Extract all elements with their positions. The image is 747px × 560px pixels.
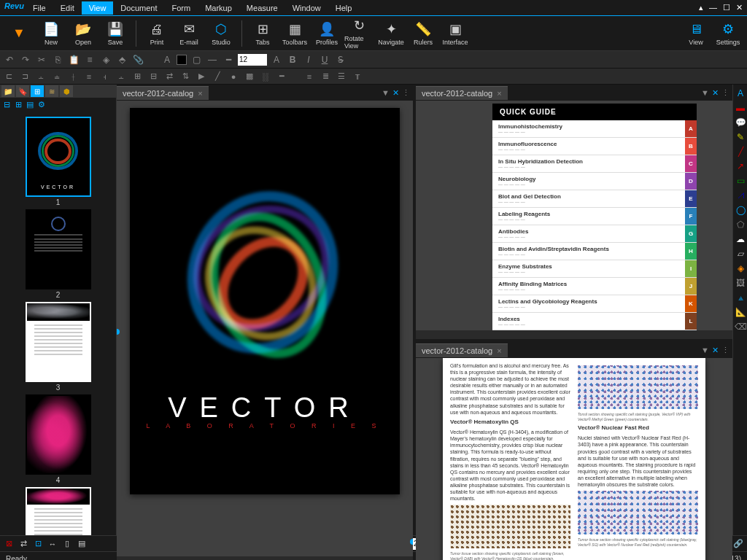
arrow-tool-icon[interactable]: ↗ <box>735 160 746 172</box>
polyline-tool-icon[interactable]: ⩘ <box>735 190 746 201</box>
align-icon[interactable]: ⫠ <box>35 71 47 82</box>
pattern-icon[interactable]: ▩ <box>244 71 255 82</box>
flip-icon[interactable]: ⇅ <box>179 71 191 82</box>
align-icon[interactable]: ⟊ <box>67 71 79 82</box>
quickguide-row[interactable]: Blot and Gel Detection— — — — —E <box>492 190 697 208</box>
quickguide-row[interactable]: Neurobiology— — — — —D <box>492 173 697 190</box>
split-icon[interactable]: ▼ <box>382 88 390 98</box>
align-top-icon[interactable]: ⫪ <box>352 71 363 82</box>
new-button[interactable]: 📄New <box>36 18 66 50</box>
line-tool-icon[interactable]: ╱ <box>735 146 746 158</box>
menu-icon[interactable]: ⋮ <box>721 346 729 355</box>
flip-icon[interactable]: ⇄ <box>163 71 175 82</box>
profiles-button[interactable]: 👤Profiles <box>312 18 341 50</box>
thick-icon[interactable]: ━ <box>222 53 235 66</box>
menu-document[interactable]: Document <box>113 1 164 15</box>
ribbon-dropdown[interactable]: ▼ <box>4 18 34 50</box>
menu-markup[interactable]: Markup <box>198 1 239 15</box>
stamp-icon[interactable]: ◈ <box>99 53 112 66</box>
email-button[interactable]: ✉E-mail <box>174 18 204 50</box>
doc-tab[interactable]: vector-2012-catalog× <box>416 86 508 100</box>
grid-icon[interactable]: ⊟ <box>147 71 159 82</box>
panel-tab-layers[interactable]: ≋ <box>45 85 58 97</box>
close-view-icon[interactable]: ✕ <box>712 346 719 355</box>
menu-file[interactable]: File <box>26 1 53 15</box>
menu-icon[interactable]: ⋮ <box>721 88 729 98</box>
align-center-icon[interactable]: ≣ <box>320 71 331 82</box>
panel-tab-thumbs[interactable]: ⊞ <box>31 85 44 97</box>
doc-tab[interactable]: vector-2012-catalog× <box>416 343 508 357</box>
underline-icon[interactable]: U <box>318 53 331 66</box>
doc-canvas-quickguide[interactable]: QUICK GUIDE Immunohistochemistry— — — — … <box>416 101 732 330</box>
strike-icon[interactable]: S̶ <box>334 53 347 66</box>
line-icon[interactable]: ― <box>206 53 219 66</box>
quickguide-row[interactable]: Biotin and Avidin/Streptavidin Reagents—… <box>492 243 697 260</box>
navigate-button[interactable]: ✦Navigate <box>376 18 406 50</box>
stamp-tool-icon[interactable]: ◈ <box>735 262 746 274</box>
quickguide-row[interactable]: Immunohistochemistry— — — — —A <box>492 120 697 138</box>
pen-tool-icon[interactable]: ✎ <box>735 131 746 143</box>
align-icon[interactable]: ⊏ <box>3 71 15 82</box>
font-icon[interactable]: A <box>160 53 174 66</box>
thumb-list[interactable]: VECTOR 1 2 3 4 A:1 <box>0 111 116 535</box>
quickguide-row[interactable]: Indexes— — — — —L <box>492 313 697 330</box>
fill-icon[interactable]: ▢ <box>190 53 203 66</box>
menu-form[interactable]: Form <box>165 1 198 15</box>
italic-icon[interactable]: I <box>302 53 315 66</box>
fit-page-icon[interactable]: ⊡ <box>32 538 44 550</box>
split-icon[interactable]: ▼ <box>701 346 709 355</box>
thumb-a1[interactable]: A:1 <box>3 487 113 535</box>
tab-close-icon[interactable]: × <box>497 89 501 98</box>
align-icon[interactable]: ⫨ <box>51 71 63 82</box>
quickguide-row[interactable]: Affinity Binding Matrices— — — — —J <box>492 278 697 295</box>
rotate-button[interactable]: ↻Rotate View <box>344 18 374 50</box>
close-icon[interactable]: ✕ <box>736 3 743 12</box>
cloud-tool-icon[interactable]: ☁ <box>735 233 746 245</box>
eraser-tool-icon[interactable]: ⌫ <box>735 321 746 332</box>
quickguide-row[interactable]: Enzyme Substrates— — — — —I <box>492 260 697 278</box>
interface-button[interactable]: ▣Interface <box>441 18 470 50</box>
rulers-button[interactable]: 📏Rulers <box>409 18 438 50</box>
single-icon[interactable]: ▯ <box>61 538 73 550</box>
hatch-icon[interactable]: ░ <box>260 71 271 82</box>
h-scrollbar[interactable] <box>117 556 413 560</box>
split-h-icon[interactable]: ⇄ <box>18 538 29 550</box>
dist-icon[interactable]: ⫠ <box>115 71 127 82</box>
maximize-icon[interactable]: ☐ <box>723 3 730 12</box>
continuous-icon[interactable]: ▤ <box>76 538 88 550</box>
doc-canvas-main[interactable]: VECTOR L A B O R A T O R I E S <box>117 101 413 556</box>
ellipse-tool-icon[interactable]: ◯ <box>735 204 746 216</box>
panel-tab-file[interactable]: 📁 <box>1 85 15 97</box>
undo-icon[interactable]: ↶ <box>3 53 16 66</box>
font-a-icon[interactable]: A <box>270 53 283 66</box>
redo-icon[interactable]: ↷ <box>19 53 32 66</box>
note-tool-icon[interactable]: 💬 <box>735 117 746 128</box>
link-icon[interactable]: 🔗 <box>732 538 744 550</box>
quickguide-row[interactable]: Immunofluorescence— — — — —B <box>492 138 697 155</box>
fit-width-icon[interactable]: ↔ <box>47 538 58 550</box>
collapse-icon[interactable]: ⊟ <box>1 99 12 109</box>
align-icon[interactable]: ≡ <box>83 71 95 82</box>
thumb-2[interactable]: 2 <box>3 209 113 299</box>
quickguide-row[interactable]: Antibodies— — — — —G <box>492 225 697 243</box>
font-size-input[interactable]: 12 <box>238 54 267 66</box>
arrow-icon[interactable]: ▶ <box>196 71 207 82</box>
dist-icon[interactable]: ⫞ <box>99 71 111 82</box>
open-button[interactable]: 📂Open <box>69 18 98 50</box>
minimize-icon[interactable]: — <box>709 3 717 12</box>
bold-icon[interactable]: B <box>286 53 299 66</box>
image-tool-icon[interactable]: 🖼 <box>735 277 746 289</box>
close-view-icon[interactable]: ✕ <box>392 88 399 98</box>
quickguide-row[interactable]: In Situ Hybridization Detection— — — — —… <box>492 155 697 173</box>
toolbars-button[interactable]: ▦Toolbars <box>280 18 309 50</box>
unsplit-icon[interactable]: ⊠ <box>3 538 15 550</box>
resize-handle[interactable] <box>117 329 120 335</box>
tab-close-icon[interactable]: × <box>497 346 501 355</box>
menu-icon[interactable]: ⋮ <box>402 88 410 98</box>
expand-icon[interactable]: ⊞ <box>13 99 23 109</box>
h-scrollbar[interactable] <box>416 330 732 339</box>
quickguide-row[interactable]: Labeling Reagents— — — — —F <box>492 208 697 225</box>
doc-canvas-article[interactable]: Gill's formulation and is alcohol and me… <box>416 358 732 560</box>
gear-icon[interactable]: ⚙ <box>36 99 47 109</box>
menu-edit[interactable]: Edit <box>53 1 82 15</box>
